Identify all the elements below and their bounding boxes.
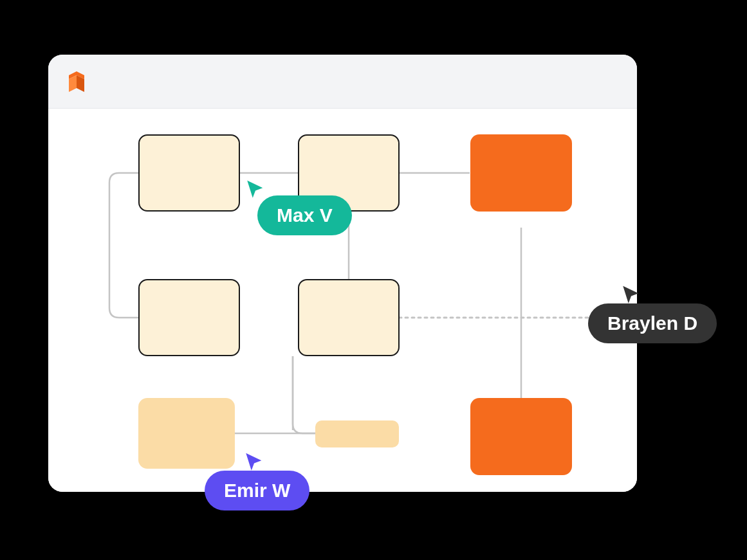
diagram-node[interactable]	[138, 279, 240, 356]
cursor-arrow-icon	[243, 451, 265, 473]
collaborator-label: Emir W	[205, 471, 309, 510]
diagram-node[interactable]	[298, 279, 400, 356]
app-window	[48, 55, 637, 492]
cursor-arrow-icon	[620, 284, 642, 306]
titlebar	[48, 55, 637, 109]
diagram-node[interactable]	[138, 134, 240, 212]
diagram-canvas[interactable]	[48, 109, 637, 492]
collaborator-label: Max V	[257, 195, 352, 235]
diagram-node[interactable]	[138, 398, 235, 469]
app-logo-icon	[62, 68, 91, 96]
diagram-node[interactable]	[315, 420, 399, 447]
diagram-node[interactable]	[470, 134, 572, 212]
collaborator-label: Braylen D	[588, 303, 717, 343]
diagram-node[interactable]	[470, 398, 572, 475]
cursor-arrow-icon	[244, 179, 266, 201]
